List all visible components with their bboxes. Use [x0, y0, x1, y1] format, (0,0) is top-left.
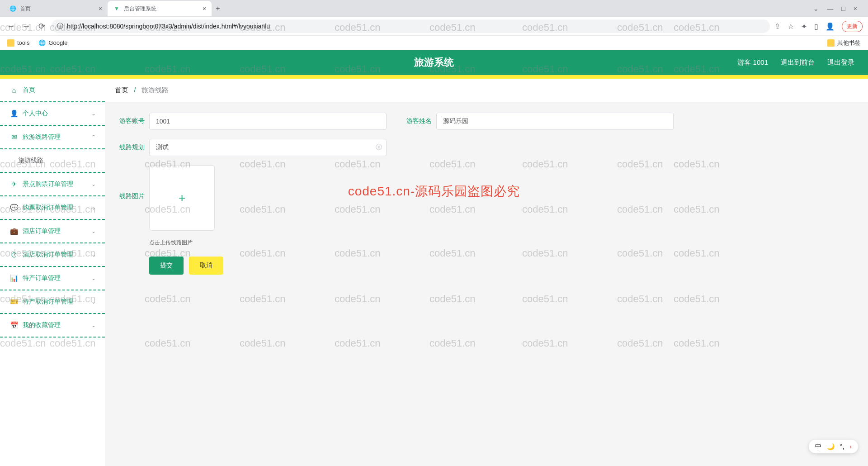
- accent-bar: [0, 75, 868, 79]
- app-header: 旅游系统 游客 1001 退出到前台 退出登录: [0, 50, 868, 75]
- close-icon[interactable]: ×: [99, 5, 102, 12]
- google-icon: 🌐: [38, 39, 46, 46]
- chevron-down-icon: ⌄: [91, 181, 96, 187]
- browser-tab-2[interactable]: ▼ 后台管理系统 ×: [108, 1, 212, 16]
- logout-link[interactable]: 退出登录: [827, 58, 854, 67]
- maximize-icon[interactable]: □: [841, 5, 845, 12]
- sidebar: ⌂ 首页 👤 个人中心 ⌄ ✉ 旅游线路管理 ⌃ 旅游线路 ✈ 景点购票订单管理…: [0, 79, 105, 466]
- chevron-down-icon: ⌄: [91, 110, 96, 117]
- account-input[interactable]: [149, 113, 387, 130]
- bookmark-other[interactable]: 其他书签: [827, 39, 861, 47]
- address-bar: ← → ⟳ ⓘ http://localhost:8080/springboot…: [0, 17, 868, 35]
- toolbar-icons: ⇪ ☆ ✦ ▯ 👤 更新: [774, 21, 863, 32]
- name-input[interactable]: [436, 113, 674, 130]
- chevron-down-icon: ⌄: [91, 204, 96, 211]
- chat-icon: 💬: [10, 204, 18, 212]
- content-area: 首页 / 旅游线路 游客账号 游客姓名 线路规划: [105, 79, 868, 466]
- info-icon[interactable]: ⓘ: [57, 22, 63, 30]
- bookmark-bar: tools 🌐 Google 其他书签: [0, 35, 868, 50]
- breadcrumb-separator: /: [134, 86, 136, 94]
- url-text: http://localhost:8080/springboot073x3/ad…: [67, 23, 270, 30]
- chevron-down-icon: ⌄: [91, 322, 96, 328]
- dropdown-icon[interactable]: ⌄: [813, 5, 819, 12]
- plan-input[interactable]: [149, 139, 387, 156]
- sidebar-item-hotel-cancel[interactable]: ⏱ 酒店取消订单管理 ⌄: [0, 243, 105, 267]
- exit-front-link[interactable]: 退出到前台: [781, 58, 815, 67]
- breadcrumb-current: 旅游线路: [142, 86, 169, 94]
- tab-bar: 🌐 首页 × ▼ 后台管理系统 × + ⌄ — □ ×: [0, 0, 868, 17]
- cancel-button[interactable]: 取消: [189, 257, 223, 275]
- browser-tab-1[interactable]: 🌐 首页 ×: [4, 1, 108, 16]
- upload-hint: 点击上传线路图片: [149, 239, 215, 247]
- plus-icon: +: [179, 191, 185, 205]
- plan-label: 线路规划: [113, 143, 145, 152]
- clock-icon: ⏱: [10, 251, 18, 259]
- close-window-icon[interactable]: ×: [854, 5, 857, 12]
- chevron-down-icon: ⌄: [91, 228, 96, 234]
- sidebar-item-favorites[interactable]: 📅 我的收藏管理 ⌄: [0, 314, 105, 338]
- chevron-up-icon: ⌃: [91, 134, 96, 140]
- chart-icon: 📊: [10, 274, 18, 282]
- folder-icon: [827, 39, 835, 47]
- folder-icon: [7, 39, 14, 47]
- sidebar-item-route[interactable]: 旅游线路: [0, 149, 105, 173]
- calendar-icon: 📅: [10, 321, 18, 329]
- name-label: 游客姓名: [400, 117, 432, 125]
- breadcrumb: 首页 / 旅游线路: [105, 79, 868, 102]
- minimize-icon[interactable]: —: [827, 5, 833, 12]
- tab-title: 后台管理系统: [124, 5, 156, 13]
- sidebar-item-hotel-order[interactable]: 💼 酒店订单管理 ⌄: [0, 220, 105, 243]
- close-icon[interactable]: ×: [203, 5, 206, 12]
- back-button[interactable]: ←: [5, 21, 16, 32]
- clear-icon[interactable]: ⓧ: [376, 143, 382, 152]
- header-actions: 游客 1001 退出到前台 退出登录: [737, 58, 854, 67]
- vue-icon: ▼: [113, 5, 120, 12]
- account-label: 游客账号: [113, 117, 145, 125]
- sidebar-item-home[interactable]: ⌂ 首页: [0, 79, 105, 102]
- sidebar-item-ticket-cancel[interactable]: 💬 购票取消订单管理 ⌄: [0, 196, 105, 220]
- share-icon[interactable]: ⇪: [774, 22, 780, 31]
- extensions-icon[interactable]: ✦: [801, 22, 807, 31]
- browser-chrome: 🌐 首页 × ▼ 后台管理系统 × + ⌄ — □ × ← → ⟳ ⓘ http…: [0, 0, 868, 50]
- globe-icon: 🌐: [9, 5, 16, 12]
- profile-icon[interactable]: 👤: [826, 22, 835, 31]
- ticket-icon: 🎫: [10, 298, 18, 306]
- form: 游客账号 游客姓名 线路规划 ⓧ: [105, 102, 868, 285]
- ime-lang: 中: [815, 442, 821, 451]
- breadcrumb-home[interactable]: 首页: [115, 86, 128, 94]
- briefcase-icon: 💼: [10, 227, 18, 235]
- sidebar-item-specialty-order[interactable]: 📊 特产订单管理 ⌄: [0, 267, 105, 290]
- sidebar-item-route-mgmt[interactable]: ✉ 旅游线路管理 ⌃: [0, 126, 105, 149]
- sidebar-item-personal[interactable]: 👤 个人中心 ⌄: [0, 102, 105, 126]
- moon-icon: 🌙: [827, 443, 835, 450]
- user-label[interactable]: 游客 1001: [737, 58, 768, 67]
- arrow-right-icon: ›: [849, 443, 852, 450]
- send-icon: ✈: [10, 180, 18, 188]
- main-layout: ⌂ 首页 👤 个人中心 ⌄ ✉ 旅游线路管理 ⌃ 旅游线路 ✈ 景点购票订单管理…: [0, 79, 868, 466]
- ime-indicator[interactable]: 中 🌙 °, ›: [809, 440, 858, 453]
- panel-icon[interactable]: ▯: [814, 22, 818, 31]
- bookmark-google[interactable]: 🌐 Google: [38, 39, 67, 46]
- ime-dots: °,: [840, 443, 844, 450]
- reload-button[interactable]: ⟳: [36, 21, 47, 32]
- window-controls: ⌄ — □ ×: [813, 5, 864, 12]
- sidebar-item-ticket-order[interactable]: ✈ 景点购票订单管理 ⌄: [0, 173, 105, 196]
- app-title: 旅游系统: [414, 56, 454, 69]
- submit-button[interactable]: 提交: [149, 257, 184, 275]
- chevron-down-icon: ⌄: [91, 252, 96, 258]
- url-input[interactable]: ⓘ http://localhost:8080/springboot073x3/…: [52, 19, 770, 33]
- chevron-down-icon: ⌄: [91, 299, 96, 305]
- chevron-down-icon: ⌄: [91, 275, 96, 281]
- tab-title: 首页: [20, 5, 31, 13]
- image-label: 线路图片: [113, 192, 145, 200]
- sidebar-item-specialty-cancel[interactable]: 🎫 特产取消订单管理 ⌄: [0, 290, 105, 314]
- home-icon: ⌂: [10, 86, 18, 94]
- bookmark-tools[interactable]: tools: [7, 39, 29, 47]
- star-icon[interactable]: ☆: [788, 22, 794, 31]
- new-tab-button[interactable]: +: [212, 2, 224, 15]
- user-icon: 👤: [10, 109, 18, 118]
- update-button[interactable]: 更新: [842, 21, 863, 32]
- forward-button[interactable]: →: [21, 21, 32, 32]
- upload-box[interactable]: +: [149, 165, 215, 231]
- mail-icon: ✉: [10, 133, 18, 141]
